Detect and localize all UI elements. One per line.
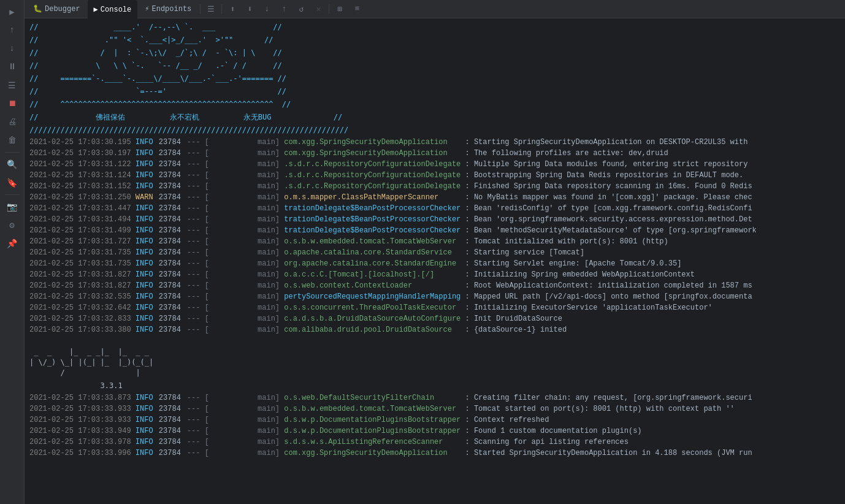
log-timestamp: 2021-02-25 17:03:33.933 (29, 414, 136, 426)
log-sep: --- [ (187, 291, 209, 302)
log-logger: o.apache.catalina.core.StandardService (284, 247, 465, 258)
log-logger: com.xgg.SpringSecurityDemoApplication (284, 137, 465, 148)
log-timestamp: 2021-02-25 17:03:32.535 (29, 291, 136, 302)
log-message: : Root WebApplicationContext: initializa… (465, 280, 752, 291)
toolbar-up2-btn[interactable]: ↑ (276, 2, 292, 16)
log-entry: 2021-02-25 17:03:31.499 INFO 23784 --- [… (25, 225, 845, 236)
log-thread: main] (209, 225, 284, 236)
log-pid: 23784 (159, 392, 187, 403)
log-message: : Mapped URL path [/v2/api-docs] onto me… (465, 291, 752, 302)
log-entry: 2021-02-25 17:03:33.933 INFO 23784 --- [… (25, 414, 845, 426)
sidebar-icon-pin[interactable]: 📌 (2, 235, 22, 252)
log-level: INFO (136, 159, 159, 170)
sidebar-icon-list[interactable]: ☰ (2, 77, 22, 94)
log-sep: --- [ (187, 280, 209, 291)
tab-endpoints[interactable]: ⚡ Endpoints (139, 0, 197, 18)
log-level: INFO (136, 302, 159, 313)
log-level: INFO (136, 214, 159, 225)
sidebar-icon-settings[interactable]: ⚙ (2, 216, 22, 234)
toolbar-separator-3 (329, 4, 329, 14)
toolbar-stop-btn[interactable]: ✕ (310, 2, 326, 16)
log-timestamp: 2021-02-25 17:03:30.195 (29, 137, 136, 148)
log-level: INFO (136, 181, 159, 192)
log-logger: .s.d.r.c.RepositoryConfigurationDelegate (284, 170, 465, 181)
log-entry: 2021-02-25 17:03:33.933 INFO 23784 --- [… (25, 403, 845, 414)
log-pid: 23784 (159, 448, 187, 459)
sidebar-icon-arrow[interactable]: ▶ (2, 3, 22, 20)
log-sep: --- [ (187, 313, 209, 324)
log-pid: 23784 (159, 236, 187, 247)
log-level: INFO (136, 203, 159, 214)
log-level: INFO (136, 448, 159, 459)
tab-console-label: Console (101, 6, 131, 14)
log-logger: trationDelegate$BeanPostProcessorChecker (284, 225, 465, 236)
log-thread: main] (209, 313, 284, 324)
log-thread: main] (209, 203, 284, 214)
log-message: : Init DruidDataSource (465, 313, 562, 324)
log-timestamp: 2021-02-25 17:03:32.642 (29, 302, 136, 313)
spring-banner-blessing: // 佛祖保佑 永不宕机 永无BUG // (25, 111, 845, 124)
log-message: : Finished Spring Data repository scanni… (465, 181, 752, 192)
spring-banner-line: // `=---=' // (25, 85, 845, 98)
log-message: : Bean 'methodSecurityMetadataSource' of… (465, 225, 757, 236)
log-timestamp: 2021-02-25 17:03:31.447 (29, 203, 136, 214)
log-pid: 23784 (159, 269, 187, 280)
console-output[interactable]: // ____.' /--,--\ `. ___ //// ."" '< `._… (25, 18, 845, 504)
sidebar-icon-trash[interactable]: 🗑 (2, 132, 22, 149)
log-pid: 23784 (159, 203, 187, 214)
log-logger: o.s.web.context.ContextLoader (284, 280, 465, 291)
log-message: : The following profiles are active: dev… (465, 148, 668, 159)
toolbar-grid-btn[interactable]: ⊞ (332, 2, 348, 16)
log-logger: pertySourcedRequestMappingHandlerMapping (284, 291, 465, 302)
log-logger: o.s.s.concurrent.ThreadPoolTaskExecutor (284, 302, 465, 313)
spring-banner-line: // =======`-.____`-.____\/____\/___.-`__… (25, 72, 845, 85)
sidebar-icon-bookmark[interactable]: 🔖 (2, 174, 22, 191)
log-timestamp: 2021-02-25 17:03:33.873 (29, 392, 136, 403)
toolbar-down-btn[interactable]: ↓ (259, 2, 275, 16)
log-level: INFO (136, 291, 159, 302)
log-thread: main] (209, 247, 284, 258)
log-timestamp: 2021-02-25 17:03:31.250 (29, 192, 136, 203)
log-logger: com.alibaba.druid.pool.DruidDataSource (284, 324, 465, 335)
sidebar-icon-search[interactable]: 🔍 (2, 156, 22, 173)
log-logger: com.xgg.SpringSecurityDemoApplication (284, 148, 465, 159)
toolbar-up-btn[interactable]: ⬆ (224, 2, 240, 16)
log-entry: 2021-02-25 17:03:31.727 INFO 23784 --- [… (25, 236, 845, 247)
log-pid: 23784 (159, 437, 187, 448)
log-message: : Found 1 custom documentation plugin(s) (465, 426, 642, 437)
log-message: : Multiple Spring Data modules found, en… (465, 159, 748, 170)
log-sep: --- [ (187, 170, 209, 181)
log-thread: main] (209, 324, 284, 335)
tab-debugger[interactable]: 🐛 Debugger (27, 0, 86, 18)
sidebar-icon-step-over[interactable]: ↑ (2, 21, 22, 39)
log-timestamp: 2021-02-25 17:03:31.735 (29, 258, 136, 269)
log-pid: 23784 (159, 192, 187, 203)
toolbar-lines-btn[interactable]: ≡ (349, 2, 365, 16)
sidebar-icon-pause[interactable]: ⏸ (2, 58, 22, 75)
log-sep: --- [ (187, 403, 209, 414)
log-timestamp: 2021-02-25 17:03:31.124 (29, 170, 136, 181)
toolbar-down-skip-btn[interactable]: ⬇ (242, 2, 258, 16)
log-level: INFO (136, 225, 159, 236)
log-thread: main] (209, 437, 284, 448)
log-pid: 23784 (159, 426, 187, 437)
log-thread: main] (209, 192, 284, 203)
log-pid: 23784 (159, 258, 187, 269)
log-timestamp: 2021-02-25 17:03:31.727 (29, 236, 136, 247)
toolbar-menu-btn[interactable]: ☰ (203, 2, 219, 16)
log-timestamp: 2021-02-25 17:03:33.978 (29, 437, 136, 448)
main-area: 🐛 Debugger ▶ Console ⚡ Endpoints ☰ ⬆ ⬇ ↓… (25, 0, 845, 504)
log-entry: 2021-02-25 17:03:30.195 INFO 23784 --- [… (25, 137, 845, 148)
log-entry: 2021-02-25 17:03:31.447 INFO 23784 --- [… (25, 203, 845, 214)
druid-version: 3.3.1 (25, 380, 845, 392)
sidebar-icon-step-into[interactable]: ↓ (2, 40, 22, 57)
sidebar-icon-camera[interactable]: 📷 (2, 198, 22, 215)
log-logger: o.s.web.DefaultSecurityFilterChain (284, 392, 465, 403)
log-thread: main] (209, 403, 284, 414)
log-message: : Context refreshed (465, 414, 549, 426)
sidebar-icon-print[interactable]: 🖨 (2, 113, 22, 131)
log-entry: 2021-02-25 17:03:31.735 INFO 23784 --- [… (25, 247, 845, 258)
tab-console[interactable]: ▶ Console (88, 0, 138, 18)
toolbar-reload-btn[interactable]: ↺ (293, 2, 309, 16)
sidebar-icon-stop[interactable]: ⏹ (2, 95, 22, 112)
